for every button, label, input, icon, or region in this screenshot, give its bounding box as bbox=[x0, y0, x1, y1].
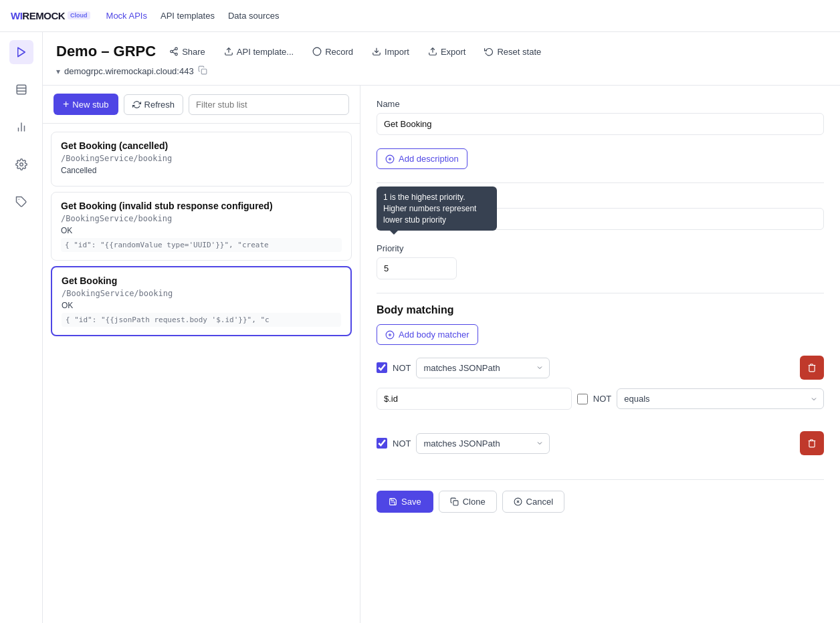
matcher-type-select-1[interactable]: matches JSONPath equals contains matches… bbox=[416, 433, 550, 454]
matcher-value-not-checkbox-0[interactable] bbox=[577, 394, 588, 404]
cancel-button[interactable]: Cancel bbox=[502, 491, 564, 513]
sidebar-item-play[interactable] bbox=[9, 40, 33, 64]
nav-links: Mock APIs API templates Data sources bbox=[106, 11, 280, 21]
record-button[interactable]: Record bbox=[307, 44, 358, 59]
matcher-type-select-0[interactable]: matches JSONPath equals contains matches… bbox=[416, 358, 550, 378]
priority-tooltip: 1 is the highest priority. Higher number… bbox=[377, 186, 497, 231]
refresh-label: Refresh bbox=[144, 100, 175, 110]
trash-icon-1 bbox=[807, 439, 817, 448]
right-panel: Name Add description Service name bbox=[360, 86, 840, 623]
plus-circle-icon bbox=[385, 154, 395, 164]
clone-button[interactable]: Clone bbox=[439, 491, 497, 513]
matcher-not-label-0: NOT bbox=[393, 363, 411, 373]
save-icon bbox=[389, 497, 397, 506]
stub-name-1: Get Booking (invalid stub response confi… bbox=[61, 201, 342, 211]
content: Demo – GRPC Share API template... Record bbox=[43, 32, 840, 623]
import-button[interactable]: Import bbox=[366, 44, 415, 59]
divider-2 bbox=[377, 293, 824, 293]
svg-line-13 bbox=[173, 49, 175, 51]
delete-matcher-button-0[interactable] bbox=[800, 356, 824, 380]
stub-name-0: Get Booking (cancelled) bbox=[61, 140, 342, 151]
matcher-value-input-0[interactable] bbox=[377, 388, 572, 410]
logo: WIREMOCK Cloud bbox=[11, 10, 90, 21]
add-matcher-plus-icon bbox=[385, 330, 395, 340]
record-label: Record bbox=[325, 47, 353, 57]
delete-matcher-button-1[interactable] bbox=[800, 431, 824, 455]
sidebar bbox=[0, 32, 43, 623]
add-description-button[interactable]: Add description bbox=[377, 148, 467, 169]
name-label: Name bbox=[377, 99, 824, 109]
matcher-not-label-1: NOT bbox=[393, 439, 411, 449]
clone-label: Clone bbox=[463, 497, 486, 507]
stub-card-0[interactable]: Get Booking (cancelled) /BookingService/… bbox=[51, 132, 352, 186]
svg-point-7 bbox=[19, 163, 23, 166]
logo-cloud-badge: Cloud bbox=[68, 11, 90, 19]
stub-url-0: /BookingService/booking bbox=[61, 154, 342, 163]
svg-rect-25 bbox=[453, 501, 458, 505]
svg-rect-18 bbox=[201, 69, 207, 74]
nav-api-templates[interactable]: API templates bbox=[161, 11, 215, 21]
refresh-button[interactable]: Refresh bbox=[124, 94, 184, 115]
stub-status-2: OK bbox=[62, 301, 341, 310]
name-input[interactable] bbox=[377, 113, 824, 135]
sidebar-item-plugin[interactable] bbox=[9, 190, 33, 214]
header-actions: Share API template... Record Import bbox=[164, 44, 546, 59]
matcher-not-checkbox-1[interactable] bbox=[377, 438, 387, 449]
sidebar-item-list[interactable] bbox=[9, 78, 33, 102]
url-chevron-icon: ▾ bbox=[56, 67, 60, 76]
body-matching-title: Body matching bbox=[377, 304, 824, 316]
add-description-label: Add description bbox=[399, 154, 459, 164]
left-panel: + New stub Refresh Get Booking (cancelle… bbox=[43, 86, 360, 623]
sidebar-item-chart[interactable] bbox=[9, 115, 33, 139]
share-button[interactable]: Share bbox=[164, 44, 211, 59]
matcher-block-0: NOT matches JSONPath equals contains mat… bbox=[377, 356, 824, 420]
add-body-matcher-button[interactable]: Add body matcher bbox=[377, 324, 478, 345]
filter-input[interactable] bbox=[189, 94, 349, 115]
workspace: + New stub Refresh Get Booking (cancelle… bbox=[43, 86, 840, 623]
stub-card-2[interactable]: Get Booking /BookingService/booking OK {… bbox=[51, 266, 352, 336]
page-header: Demo – GRPC Share API template... Record bbox=[43, 32, 840, 86]
stub-code-2: { "id": "{{jsonPath request.body '$.id'}… bbox=[62, 313, 341, 327]
svg-rect-1 bbox=[17, 85, 26, 94]
name-field-group: Name bbox=[377, 99, 824, 135]
stub-card-1[interactable]: Get Booking (invalid stub response confi… bbox=[51, 192, 352, 261]
export-label: Export bbox=[441, 47, 466, 57]
add-body-matcher-label: Add body matcher bbox=[399, 330, 469, 340]
reset-state-button[interactable]: Reset state bbox=[479, 44, 546, 59]
api-url: demogrpc.wiremockapi.cloud:443 bbox=[64, 66, 194, 76]
matcher-row-1: NOT matches JSONPath equals contains mat… bbox=[377, 431, 824, 455]
share-label: Share bbox=[182, 47, 205, 57]
priority-tooltip-container: 1 is the highest priority. Higher number… bbox=[377, 243, 457, 279]
svg-line-12 bbox=[173, 52, 175, 53]
left-toolbar: + New stub Refresh bbox=[43, 86, 360, 124]
page-title: Demo – GRPC bbox=[56, 43, 156, 60]
nav-mock-apis[interactable]: Mock APIs bbox=[106, 11, 147, 21]
new-stub-label: New stub bbox=[72, 100, 108, 110]
new-stub-button[interactable]: + New stub bbox=[54, 94, 118, 115]
svg-point-10 bbox=[171, 50, 173, 53]
stub-list: Get Booking (cancelled) /BookingService/… bbox=[43, 124, 360, 623]
export-button[interactable]: Export bbox=[423, 44, 471, 59]
matcher-value-type-select-0[interactable]: equals contains matches absent bbox=[617, 388, 824, 409]
main-layout: Demo – GRPC Share API template... Record bbox=[0, 32, 840, 623]
cancel-label: Cancel bbox=[526, 497, 553, 507]
sidebar-item-settings[interactable] bbox=[9, 152, 33, 176]
refresh-icon bbox=[132, 100, 141, 109]
divider-1 bbox=[377, 182, 824, 183]
copy-url-icon[interactable] bbox=[198, 66, 207, 77]
nav-data-sources[interactable]: Data sources bbox=[228, 11, 280, 21]
matcher-value-row-0: NOT equals contains matches absent bbox=[377, 388, 824, 410]
matcher-value-not-label-0: NOT bbox=[593, 394, 611, 404]
api-template-label: API template... bbox=[237, 47, 294, 57]
svg-marker-0 bbox=[17, 47, 25, 57]
save-button[interactable]: Save bbox=[377, 491, 433, 513]
plus-icon: + bbox=[63, 99, 69, 110]
api-template-button[interactable]: API template... bbox=[219, 44, 299, 59]
trash-icon-0 bbox=[807, 363, 817, 372]
import-label: Import bbox=[385, 47, 409, 57]
logo-text: WIREMOCK bbox=[11, 10, 65, 21]
reset-state-label: Reset state bbox=[497, 47, 541, 57]
page-title-row: Demo – GRPC Share API template... Record bbox=[56, 43, 827, 60]
priority-input[interactable] bbox=[377, 257, 457, 279]
matcher-not-checkbox-0[interactable] bbox=[377, 362, 387, 373]
